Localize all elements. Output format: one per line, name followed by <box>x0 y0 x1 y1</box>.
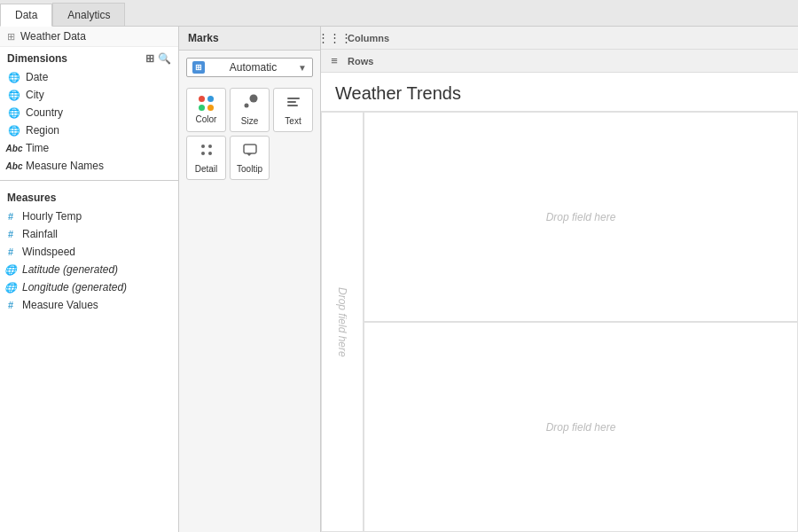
field-latitude-label: Latitude (generated) <box>22 263 118 276</box>
marks-type-label: Automatic <box>230 61 277 74</box>
field-measure-values-label: Measure Values <box>22 299 98 311</box>
tooltip-label: Tooltip <box>237 164 262 174</box>
marks-panel: Marks ⊞ Automatic ▼ Color <box>179 27 321 532</box>
text-icon <box>286 94 301 113</box>
svg-rect-2 <box>287 98 300 99</box>
left-drop-label: Drop field here <box>336 287 348 357</box>
left-drop-zone[interactable]: Drop field here <box>321 112 364 532</box>
field-country[interactable]: 🌐 Country <box>4 104 175 121</box>
columns-drop-area[interactable] <box>401 28 794 48</box>
columns-shelf: ⋮⋮⋮ Columns <box>321 27 798 50</box>
svg-point-7 <box>201 152 205 155</box>
detail-icon <box>199 142 215 161</box>
dimensions-section-header: Dimensions ⊞ 🔍 <box>0 47 178 68</box>
section-divider <box>0 180 178 181</box>
svg-rect-4 <box>287 105 298 106</box>
field-measure-values[interactable]: # Measure Values <box>0 296 178 314</box>
globe-icon: 🌐 <box>7 123 21 137</box>
measures-label: Measures <box>7 192 56 204</box>
tab-data[interactable]: Data <box>0 4 52 27</box>
color-label: Color <box>196 114 217 124</box>
tooltip-icon <box>242 142 258 161</box>
search-dimensions-icon[interactable]: 🔍 <box>158 52 171 65</box>
marks-type-dropdown[interactable]: ⊞ Automatic ▼ <box>186 58 313 77</box>
datasource-row[interactable]: ⊞ Weather Data <box>0 27 178 47</box>
field-windspeed-label: Windspeed <box>22 246 75 258</box>
field-date-label: Date <box>26 71 48 83</box>
tab-analytics[interactable]: Analytics <box>52 3 125 26</box>
marks-tooltip-button[interactable]: Tooltip <box>230 136 270 180</box>
marks-header: Marks <box>179 27 320 51</box>
field-city-label: City <box>26 89 44 101</box>
marks-buttons-grid: Color Size <box>179 84 320 184</box>
abc-icon: Abc <box>7 159 21 173</box>
marks-detail-button[interactable]: Detail <box>186 136 226 180</box>
svg-marker-10 <box>246 153 252 156</box>
dimensions-label: Dimensions <box>7 52 67 65</box>
field-time[interactable]: Abc Time <box>4 139 175 157</box>
marks-size-button[interactable]: Size <box>230 88 270 132</box>
field-longitude-label: Longitude (generated) <box>22 281 127 293</box>
text-label: Text <box>285 116 301 126</box>
svg-point-8 <box>208 152 212 155</box>
rows-shelf-icon: ≡ <box>325 54 344 67</box>
top-drop-zone[interactable]: Drop field here <box>364 112 798 322</box>
right-panel: ⋮⋮⋮ Columns ≡ Rows Weather Trends Drop f… <box>321 27 798 532</box>
marks-color-button[interactable]: Color <box>186 88 226 132</box>
field-latitude[interactable]: 🌐 Latitude (generated) <box>0 261 178 278</box>
globe-icon: 🌐 <box>7 70 21 84</box>
automatic-type-icon: ⊞ <box>192 61 205 74</box>
dropdown-chevron-icon: ▼ <box>298 63 307 73</box>
detail-label: Detail <box>195 164 218 174</box>
measures-section-header: Measures <box>0 186 178 207</box>
svg-rect-9 <box>244 145 256 153</box>
rows-shelf-label: Rows <box>348 56 401 66</box>
bottom-drop-zone[interactable]: Drop field here <box>364 322 798 532</box>
field-longitude[interactable]: 🌐 Longitude (generated) <box>0 278 178 296</box>
measures-list: # Hourly Temp # Rainfall # Windspeed 🌐 L… <box>0 207 178 314</box>
svg-point-5 <box>201 145 205 148</box>
bottom-drop-label: Drop field here <box>546 421 616 434</box>
viz-canvas: Drop field here Drop field here Drop fie… <box>321 112 798 532</box>
viz-title: Weather Trends <box>321 73 798 112</box>
field-region[interactable]: 🌐 Region <box>4 121 175 139</box>
dimensions-list: 🌐 Date 🌐 City 🌐 Country 🌐 Region Abc Tim… <box>0 68 178 175</box>
svg-point-1 <box>249 95 257 103</box>
grid-view-icon[interactable]: ⊞ <box>145 52 154 65</box>
field-date[interactable]: 🌐 Date <box>4 68 175 86</box>
dimensions-header-icons: ⊞ 🔍 <box>145 52 171 65</box>
field-hourly-temp-label: Hourly Temp <box>22 210 82 223</box>
field-measure-names-label: Measure Names <box>26 160 104 172</box>
abc-icon: Abc <box>7 141 21 155</box>
hash-icon: # <box>4 298 18 312</box>
top-tab-bar: Data Analytics <box>0 0 798 27</box>
globe-italic-icon: 🌐 <box>4 262 18 277</box>
field-rainfall-label: Rainfall <box>22 228 58 240</box>
datasource-name: Weather Data <box>20 30 86 43</box>
size-label: Size <box>241 116 258 126</box>
columns-shelf-icon: ⋮⋮⋮ <box>325 31 344 44</box>
size-icon <box>242 94 258 113</box>
field-windspeed[interactable]: # Windspeed <box>0 243 178 261</box>
left-panel: ⊞ Weather Data Dimensions ⊞ 🔍 🌐 Date 🌐 C… <box>0 27 179 532</box>
globe-italic-icon: 🌐 <box>4 280 18 294</box>
columns-shelf-label: Columns <box>348 33 401 43</box>
rows-drop-area[interactable] <box>401 51 794 71</box>
hash-icon: # <box>4 245 18 259</box>
main-layout: ⊞ Weather Data Dimensions ⊞ 🔍 🌐 Date 🌐 C… <box>0 27 798 532</box>
svg-point-6 <box>208 145 212 148</box>
marks-text-button[interactable]: Text <box>273 88 313 132</box>
field-country-label: Country <box>26 106 63 119</box>
field-city[interactable]: 🌐 City <box>4 86 175 104</box>
field-rainfall[interactable]: # Rainfall <box>0 225 178 243</box>
svg-point-0 <box>244 104 248 108</box>
top-drop-label: Drop field here <box>546 211 616 223</box>
field-measure-names[interactable]: Abc Measure Names <box>4 157 175 175</box>
hash-icon: # <box>4 227 18 241</box>
datasource-icon: ⊞ <box>7 31 15 43</box>
field-time-label: Time <box>26 142 49 154</box>
rows-shelf: ≡ Rows <box>321 50 798 73</box>
field-hourly-temp[interactable]: # Hourly Temp <box>0 207 178 225</box>
globe-icon: 🌐 <box>7 106 21 120</box>
globe-icon: 🌐 <box>7 88 21 102</box>
